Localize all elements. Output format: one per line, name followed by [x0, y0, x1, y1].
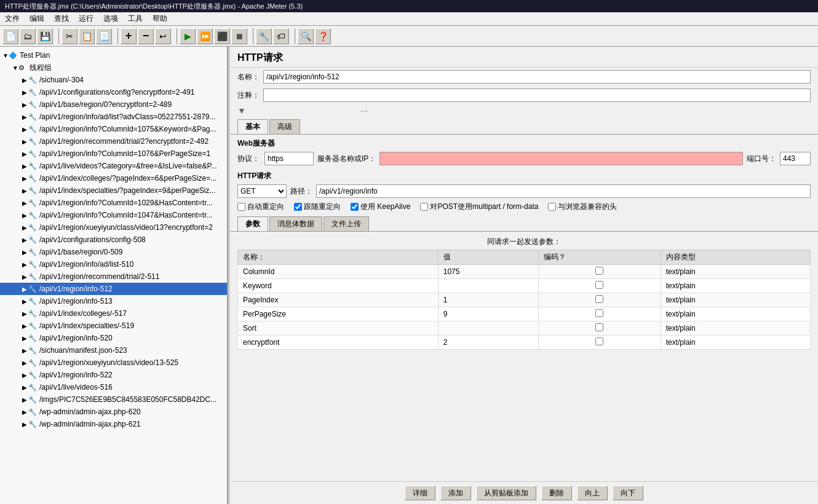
tab-advanced[interactable]: 高级: [269, 119, 300, 134]
cut-btn[interactable]: ✂: [62, 28, 77, 44]
tree-item-testplan[interactable]: ▼ 🔷 Test Plan: [0, 49, 227, 61]
tree-item-10[interactable]: ▶ 🔧 /api/v1/region/info?ColumnId=1029&Ha…: [0, 197, 227, 209]
add-button[interactable]: 添加: [440, 486, 471, 500]
comment-input[interactable]: [263, 89, 811, 102]
check-keepalive[interactable]: 使用 KeepAlive: [351, 202, 410, 212]
open-btn[interactable]: 🗂: [20, 28, 36, 44]
encoded-cb-3[interactable]: [595, 309, 603, 317]
tree-item-18[interactable]: ▶ 🔧 /api/v1/region/info-513: [0, 295, 227, 307]
method-select[interactable]: GET POST PUT DELETE: [237, 184, 287, 198]
multipart-checkbox[interactable]: [420, 203, 428, 211]
protocol-input[interactable]: [264, 152, 314, 165]
encoded-cb-2[interactable]: [595, 295, 603, 303]
check-auto-redirect[interactable]: 自动重定向: [237, 202, 284, 212]
undo-btn[interactable]: ↩: [155, 28, 171, 44]
run-btn[interactable]: ▶: [180, 28, 196, 44]
param-encoded-5[interactable]: [539, 336, 661, 350]
tree-item-25[interactable]: ▶ 🔧 /api/v1/live/videos-516: [0, 381, 227, 393]
tree-item-15[interactable]: ▶ 🔧 /api/v1/region/info/ad/list-510: [0, 258, 227, 270]
menu-item-运行[interactable]: 运行: [74, 12, 98, 25]
tree-item-24[interactable]: ▶ 🔧 /api/v1/region/info-522: [0, 369, 227, 381]
sub-tab-body[interactable]: 消息体数据: [269, 216, 322, 231]
tree-item-19[interactable]: ▶ 🔧 /api/v1/index/colleges/-517: [0, 307, 227, 320]
check-multipart[interactable]: 对POST使用multipart / form-data: [420, 202, 538, 212]
tree-item-3[interactable]: ▶ 🔧 /api/v1/region/info/ad/list?advClass…: [0, 111, 227, 123]
tree-item-7[interactable]: ▶ 🔧 /api/v1/live/videos?Category=&free=&…: [0, 160, 227, 172]
check-follow-redirect[interactable]: 跟随重定向: [294, 202, 341, 212]
icon-23: 🔧: [28, 359, 38, 367]
path-input[interactable]: [316, 184, 811, 198]
port-input[interactable]: [780, 152, 811, 165]
tree-item-8[interactable]: ▶ 🔧 /api/v1/index/colleges/?pageIndex=6&…: [0, 172, 227, 184]
tree-item-27[interactable]: ▶ 🔧 /wp-admin/admin-ajax.php-620: [0, 406, 227, 418]
tree-item-22[interactable]: ▶ 🔧 /sichuan/manifest.json-523: [0, 344, 227, 356]
menu-item-文件[interactable]: 文件: [0, 12, 25, 25]
param-value-0: 1075: [438, 265, 539, 279]
tree-item-21[interactable]: ▶ 🔧 /api/v1/region/info-520: [0, 332, 227, 344]
sub-tab-params[interactable]: 参数: [237, 216, 268, 231]
server-input[interactable]: [379, 152, 743, 165]
tree-item-2[interactable]: ▶ 🔧 /api/v1/base/region/0?encryptfont=2-…: [0, 98, 227, 111]
tree-item-12[interactable]: ▶ 🔧 /api/v1/region/xueyiyun/class/video/…: [0, 221, 227, 234]
tab-basic[interactable]: 基本: [237, 119, 268, 134]
param-encoded-2[interactable]: [539, 293, 661, 307]
param-encoded-0[interactable]: [539, 265, 661, 279]
delete-button[interactable]: 删除: [541, 486, 572, 500]
up-button[interactable]: 向上: [577, 486, 608, 500]
encoded-cb-5[interactable]: [595, 337, 603, 345]
encoded-cb-4[interactable]: [595, 323, 603, 331]
tree-item-16[interactable]: ▶ 🔧 /api/v1/region/recommend/trial/2-511: [0, 270, 227, 283]
icon-28: 🔧: [28, 420, 38, 428]
tree-item-4[interactable]: ▶ 🔧 /api/v1/region/info?ColumnId=1075&Ke…: [0, 123, 227, 135]
sub-tab-file[interactable]: 文件上传: [324, 216, 369, 231]
tree-item-17[interactable]: ▶ 🔧 /api/v1/region/info-512: [0, 283, 227, 295]
copy-btn[interactable]: 📋: [79, 28, 95, 44]
tree-item-5[interactable]: ▶ 🔧 /api/v1/region/recommend/trial/2?enc…: [0, 135, 227, 148]
menu-item-工具[interactable]: 工具: [123, 12, 148, 25]
tree-item-23[interactable]: ▶ 🔧 /api/v1/region/xueyiyun/class/video/…: [0, 356, 227, 369]
tree-item-9[interactable]: ▶ 🔧 /api/v1/index/specialties/?pageIndex…: [0, 184, 227, 197]
paste-btn[interactable]: 📃: [96, 28, 112, 44]
name-input[interactable]: [263, 70, 811, 84]
param-encoded-3[interactable]: [539, 307, 661, 321]
save-btn[interactable]: 💾: [37, 28, 53, 44]
tree-item-26[interactable]: ▶ 🔧 /imgs/PIC7C526EE9B5C845583E050FC58DB…: [0, 393, 227, 406]
params-table-header: 名称： 值 编码？ 内容类型: [238, 250, 811, 265]
tree-item-0[interactable]: ▶ 🔧 /sichuan/-304: [0, 74, 227, 86]
tree-item-13[interactable]: ▶ 🔧 /api/v1/configurations/config-508: [0, 234, 227, 246]
arrow-21: ▶: [22, 335, 28, 342]
check-browser-compat[interactable]: 与浏览器兼容的头: [548, 202, 617, 212]
tree-item-14[interactable]: ▶ 🔧 /api/v1/base/region/0-509: [0, 246, 227, 258]
tree-item-20[interactable]: ▶ 🔧 /api/v1/index/specialties/-519: [0, 320, 227, 332]
menu-item-查找[interactable]: 查找: [49, 12, 74, 25]
encoded-cb-1[interactable]: [595, 281, 603, 289]
auto-redirect-checkbox[interactable]: [237, 203, 245, 211]
tree-item-6[interactable]: ▶ 🔧 /api/v1/region/info?ColumnId=1076&Pe…: [0, 148, 227, 160]
run-no-pause-btn[interactable]: ⏩: [197, 28, 213, 44]
settings-btn[interactable]: 🔧: [256, 28, 272, 44]
add-btn[interactable]: +: [121, 28, 137, 44]
help-btn[interactable]: ❓: [315, 28, 331, 44]
browser-compat-checkbox[interactable]: [548, 203, 556, 211]
param-encoded-4[interactable]: [539, 321, 661, 336]
tag-btn[interactable]: 🏷: [273, 28, 289, 44]
tree-item-1[interactable]: ▶ 🔧 /api/v1/configurations/config?encryp…: [0, 86, 227, 98]
paste-add-button[interactable]: 从剪贴板添加: [476, 486, 536, 500]
keepalive-checkbox[interactable]: [351, 203, 359, 211]
shutdown-btn[interactable]: ⏹: [231, 28, 247, 44]
tree-item-11[interactable]: ▶ 🔧 /api/v1/region/info?ColumnId=1047&Ha…: [0, 209, 227, 221]
stop-btn[interactable]: ⬛: [214, 28, 230, 44]
menu-item-选项[interactable]: 选项: [98, 12, 123, 25]
search-btn[interactable]: 🔍: [298, 28, 314, 44]
detail-button[interactable]: 详细: [405, 486, 435, 500]
follow-redirect-checkbox[interactable]: [294, 203, 302, 211]
down-button[interactable]: 向下: [613, 486, 643, 500]
encoded-cb-0[interactable]: [595, 267, 603, 275]
menu-item-编辑[interactable]: 编辑: [25, 12, 49, 25]
menu-item-帮助[interactable]: 帮助: [148, 12, 172, 25]
tree-item-28[interactable]: ▶ 🔧 /wp-admin/admin-ajax.php-621: [0, 418, 227, 430]
remove-btn[interactable]: −: [138, 28, 154, 44]
tree-item-threadgroup[interactable]: ▼ ⚙ 线程组: [0, 61, 227, 74]
new-btn[interactable]: 📄: [2, 28, 18, 44]
param-encoded-1[interactable]: [539, 279, 661, 293]
